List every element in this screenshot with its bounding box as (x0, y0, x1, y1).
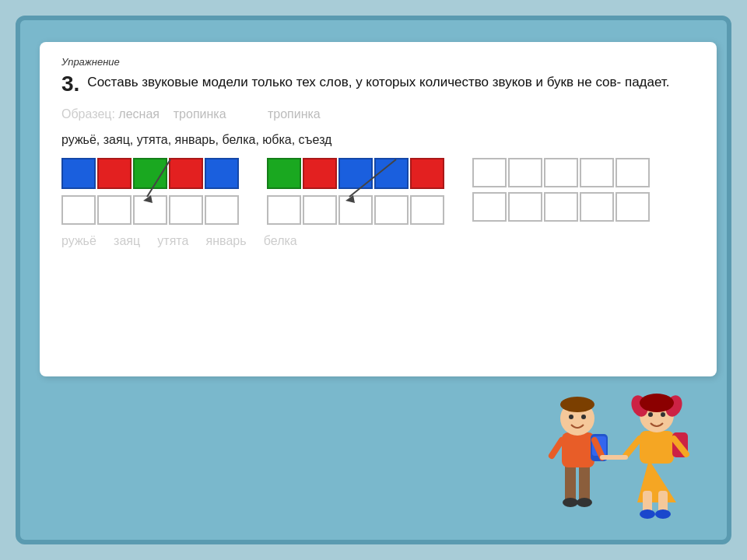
svg-line-15 (552, 440, 562, 456)
block-red-2 (169, 158, 203, 189)
block-blue-4 (374, 158, 409, 189)
empty-row-2 (267, 195, 444, 225)
colored-row-2 (267, 158, 444, 189)
empty-block-3a-1 (472, 158, 507, 187)
block-blue-3 (338, 158, 373, 189)
svg-point-20 (640, 509, 655, 519)
empty-block-1-3 (133, 195, 167, 225)
svg-rect-22 (640, 431, 674, 464)
blocks-section (61, 158, 695, 225)
task-title: 3. Составь звуковые модели только тех сл… (61, 72, 695, 96)
block-red-4 (410, 158, 444, 189)
svg-rect-4 (565, 464, 576, 502)
block-red-3 (303, 158, 337, 189)
empty-block-3b-5 (615, 192, 650, 222)
empty-block-1-1 (61, 195, 96, 225)
svg-point-14 (581, 415, 586, 419)
svg-point-29 (661, 412, 665, 417)
empty-block-2-4 (374, 195, 409, 225)
faded-line1: Образец: лесная тропинка тропинка (61, 104, 695, 124)
empty-block-2-5 (410, 195, 444, 225)
svg-line-30 (626, 439, 640, 456)
empty-block-3b-1 (472, 192, 507, 222)
svg-point-27 (640, 394, 674, 412)
empty-block-1-2 (97, 195, 132, 225)
colored-blocks-section (61, 158, 695, 225)
empty-row-3-bottom (472, 192, 650, 222)
empty-block-3b-4 (580, 192, 614, 222)
empty-row-1 (61, 195, 239, 225)
empty-block-1-5 (205, 195, 239, 225)
empty-block-3a-2 (508, 158, 542, 187)
outer-frame: Упражнение 3. Составь звуковые модели то… (16, 16, 731, 544)
block-green-1 (133, 158, 167, 189)
faded-line2: ружьё заяц утята январь белка (61, 231, 695, 251)
empty-block-3a-3 (544, 158, 578, 187)
svg-rect-5 (579, 464, 590, 502)
block-group-3 (472, 158, 650, 222)
block-blue-2 (205, 158, 239, 189)
faded-text-1: Образец: лесная тропинка тропинка (61, 107, 321, 121)
svg-rect-8 (562, 432, 594, 467)
svg-point-13 (569, 415, 573, 419)
svg-point-12 (560, 397, 594, 412)
svg-point-21 (655, 509, 671, 519)
empty-row-3-top (472, 158, 650, 187)
block-group-1 (61, 158, 239, 225)
exercise-label: Упражнение (61, 56, 695, 68)
colored-row-1 (61, 158, 239, 189)
empty-block-2-3 (338, 195, 373, 225)
svg-point-6 (563, 498, 578, 507)
empty-block-3b-2 (508, 192, 542, 222)
words-line: ружьё, заяц, утята, январь, белка, юбка,… (61, 130, 695, 150)
block-red-1 (97, 158, 132, 189)
svg-point-7 (577, 498, 592, 507)
block-blue-1 (61, 158, 96, 189)
empty-block-3a-5 (615, 158, 650, 187)
empty-block-1-4 (169, 195, 203, 225)
empty-block-2-2 (303, 195, 337, 225)
exercise-card: Упражнение 3. Составь звуковые модели то… (40, 42, 717, 376)
task-text: Составь звуковые модели только тех слов,… (87, 72, 669, 93)
empty-block-3b-3 (544, 192, 578, 222)
task-number: 3. (61, 72, 79, 96)
kids-svg (548, 370, 711, 534)
empty-block-2-1 (267, 195, 301, 225)
svg-point-28 (648, 412, 653, 417)
block-group-2 (267, 158, 444, 225)
kids-illustration (548, 370, 703, 526)
empty-block-3a-4 (580, 158, 614, 187)
block-green-2 (267, 158, 301, 189)
